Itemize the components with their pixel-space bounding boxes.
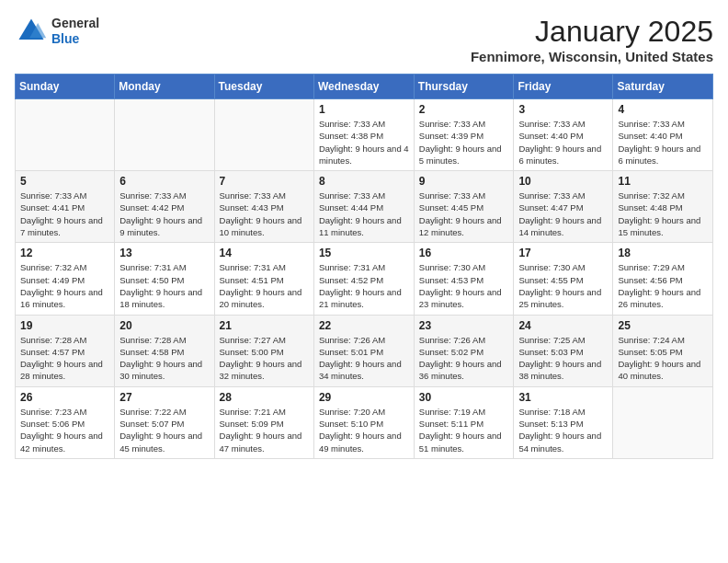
day-info: Sunrise: 7:26 AMSunset: 5:02 PMDaylight:… (419, 334, 509, 383)
day-number: 29 (319, 391, 409, 404)
calendar-day-cell: 14Sunrise: 7:31 AMSunset: 4:51 PMDayligh… (214, 243, 313, 315)
calendar-day-cell: 13Sunrise: 7:31 AMSunset: 4:50 PMDayligh… (115, 243, 214, 315)
day-info: Sunrise: 7:33 AMSunset: 4:39 PMDaylight:… (419, 118, 509, 167)
calendar-day-cell (214, 99, 313, 171)
day-of-week-header: Saturday (613, 75, 713, 99)
day-number: 19 (20, 319, 109, 332)
day-info: Sunrise: 7:33 AMSunset: 4:47 PMDaylight:… (518, 190, 608, 238)
day-info: Sunrise: 7:25 AMSunset: 5:03 PMDaylight:… (518, 334, 608, 383)
calendar-day-cell: 16Sunrise: 7:30 AMSunset: 4:53 PMDayligh… (414, 243, 514, 315)
day-number: 10 (518, 175, 608, 188)
calendar-day-cell: 4Sunrise: 7:33 AMSunset: 4:40 PMDaylight… (613, 99, 713, 171)
day-info: Sunrise: 7:31 AMSunset: 4:51 PMDaylight:… (220, 261, 309, 310)
calendar-table: SundayMondayTuesdayWednesdayThursdayFrid… (15, 74, 713, 459)
day-info: Sunrise: 7:31 AMSunset: 4:52 PMDaylight:… (319, 261, 409, 310)
day-number: 11 (618, 175, 708, 188)
day-number: 5 (20, 175, 109, 188)
day-info: Sunrise: 7:23 AMSunset: 5:06 PMDaylight:… (20, 406, 109, 454)
calendar-day-cell: 31Sunrise: 7:18 AMSunset: 5:13 PMDayligh… (514, 386, 613, 458)
month-title: January 2025 (471, 15, 713, 49)
day-number: 2 (419, 103, 509, 116)
calendar-day-cell: 29Sunrise: 7:20 AMSunset: 5:10 PMDayligh… (313, 386, 414, 458)
day-info: Sunrise: 7:21 AMSunset: 5:09 PMDaylight:… (220, 406, 309, 454)
day-of-week-header: Wednesday (313, 75, 414, 99)
day-info: Sunrise: 7:20 AMSunset: 5:10 PMDaylight:… (319, 406, 409, 454)
day-info: Sunrise: 7:30 AMSunset: 4:53 PMDaylight:… (419, 261, 509, 310)
calendar-week-row: 1Sunrise: 7:33 AMSunset: 4:38 PMDaylight… (16, 99, 713, 171)
day-number: 20 (119, 319, 209, 332)
calendar-day-cell: 5Sunrise: 7:33 AMSunset: 4:41 PMDaylight… (16, 171, 115, 243)
day-number: 17 (518, 247, 608, 259)
title-area: January 2025 Fennimore, Wisconsin, Unite… (471, 15, 713, 64)
day-number: 30 (419, 391, 509, 404)
day-number: 15 (319, 247, 409, 259)
day-info: Sunrise: 7:24 AMSunset: 5:05 PMDaylight:… (618, 334, 708, 383)
calendar-week-row: 19Sunrise: 7:28 AMSunset: 4:57 PMDayligh… (16, 315, 713, 386)
calendar-day-cell: 1Sunrise: 7:33 AMSunset: 4:38 PMDaylight… (313, 99, 414, 171)
calendar-day-cell: 17Sunrise: 7:30 AMSunset: 4:55 PMDayligh… (514, 243, 613, 315)
calendar-day-cell: 18Sunrise: 7:29 AMSunset: 4:56 PMDayligh… (613, 243, 713, 315)
day-info: Sunrise: 7:33 AMSunset: 4:38 PMDaylight:… (319, 118, 409, 167)
header: General Blue January 2025 Fennimore, Wis… (15, 15, 713, 64)
day-number: 28 (220, 391, 309, 404)
calendar-day-cell: 21Sunrise: 7:27 AMSunset: 5:00 PMDayligh… (214, 315, 313, 386)
day-of-week-header: Tuesday (214, 75, 313, 99)
day-number: 27 (119, 391, 209, 404)
day-number: 16 (419, 247, 509, 259)
calendar-day-cell: 7Sunrise: 7:33 AMSunset: 4:43 PMDaylight… (214, 171, 313, 243)
calendar-day-cell: 30Sunrise: 7:19 AMSunset: 5:11 PMDayligh… (414, 386, 514, 458)
day-number: 12 (20, 247, 109, 259)
calendar-day-cell: 8Sunrise: 7:33 AMSunset: 4:44 PMDaylight… (313, 171, 414, 243)
day-info: Sunrise: 7:31 AMSunset: 4:50 PMDaylight:… (119, 261, 209, 310)
day-info: Sunrise: 7:33 AMSunset: 4:43 PMDaylight:… (220, 190, 309, 238)
day-of-week-header: Monday (115, 75, 214, 99)
day-info: Sunrise: 7:33 AMSunset: 4:40 PMDaylight:… (618, 118, 708, 167)
logo-blue-text: Blue (51, 31, 99, 47)
day-info: Sunrise: 7:27 AMSunset: 5:00 PMDaylight:… (220, 334, 309, 383)
calendar-day-cell: 27Sunrise: 7:22 AMSunset: 5:07 PMDayligh… (115, 386, 214, 458)
day-number: 6 (119, 175, 209, 188)
calendar-day-cell: 24Sunrise: 7:25 AMSunset: 5:03 PMDayligh… (514, 315, 613, 386)
logo-icon (15, 15, 48, 48)
day-info: Sunrise: 7:33 AMSunset: 4:44 PMDaylight:… (319, 190, 409, 238)
day-info: Sunrise: 7:33 AMSunset: 4:41 PMDaylight:… (20, 190, 109, 238)
calendar-day-cell: 22Sunrise: 7:26 AMSunset: 5:01 PMDayligh… (313, 315, 414, 386)
day-info: Sunrise: 7:28 AMSunset: 4:58 PMDaylight:… (119, 334, 209, 383)
calendar-day-cell: 23Sunrise: 7:26 AMSunset: 5:02 PMDayligh… (414, 315, 514, 386)
day-number: 8 (319, 175, 409, 188)
day-number: 22 (319, 319, 409, 332)
calendar-day-cell: 10Sunrise: 7:33 AMSunset: 4:47 PMDayligh… (514, 171, 613, 243)
day-number: 4 (618, 103, 708, 116)
day-number: 3 (518, 103, 608, 116)
day-info: Sunrise: 7:18 AMSunset: 5:13 PMDaylight:… (518, 406, 608, 454)
day-number: 31 (518, 391, 608, 404)
day-of-week-header: Sunday (16, 75, 115, 99)
logo: General Blue (15, 15, 99, 48)
day-of-week-header: Friday (514, 75, 613, 99)
calendar-day-cell: 20Sunrise: 7:28 AMSunset: 4:58 PMDayligh… (115, 315, 214, 386)
calendar-day-cell: 12Sunrise: 7:32 AMSunset: 4:49 PMDayligh… (16, 243, 115, 315)
day-number: 9 (419, 175, 509, 188)
day-info: Sunrise: 7:26 AMSunset: 5:01 PMDaylight:… (319, 334, 409, 383)
calendar-week-row: 5Sunrise: 7:33 AMSunset: 4:41 PMDaylight… (16, 171, 713, 243)
calendar-body: 1Sunrise: 7:33 AMSunset: 4:38 PMDaylight… (16, 99, 713, 459)
day-number: 18 (618, 247, 708, 259)
day-number: 26 (20, 391, 109, 404)
calendar-day-cell: 6Sunrise: 7:33 AMSunset: 4:42 PMDaylight… (115, 171, 214, 243)
day-info: Sunrise: 7:29 AMSunset: 4:56 PMDaylight:… (618, 261, 708, 310)
day-info: Sunrise: 7:30 AMSunset: 4:55 PMDaylight:… (518, 261, 608, 310)
calendar-day-cell: 3Sunrise: 7:33 AMSunset: 4:40 PMDaylight… (514, 99, 613, 171)
calendar-week-row: 26Sunrise: 7:23 AMSunset: 5:06 PMDayligh… (16, 386, 713, 458)
calendar-day-cell: 9Sunrise: 7:33 AMSunset: 4:45 PMDaylight… (414, 171, 514, 243)
calendar-day-cell: 19Sunrise: 7:28 AMSunset: 4:57 PMDayligh… (16, 315, 115, 386)
day-number: 21 (220, 319, 309, 332)
day-info: Sunrise: 7:33 AMSunset: 4:40 PMDaylight:… (518, 118, 608, 167)
day-info: Sunrise: 7:32 AMSunset: 4:48 PMDaylight:… (618, 190, 708, 238)
location-title: Fennimore, Wisconsin, United States (471, 49, 713, 64)
calendar-day-cell: 15Sunrise: 7:31 AMSunset: 4:52 PMDayligh… (313, 243, 414, 315)
logo-text: General Blue (51, 16, 99, 47)
day-info: Sunrise: 7:28 AMSunset: 4:57 PMDaylight:… (20, 334, 109, 383)
day-info: Sunrise: 7:33 AMSunset: 4:45 PMDaylight:… (419, 190, 509, 238)
day-info: Sunrise: 7:33 AMSunset: 4:42 PMDaylight:… (119, 190, 209, 238)
day-number: 14 (220, 247, 309, 259)
